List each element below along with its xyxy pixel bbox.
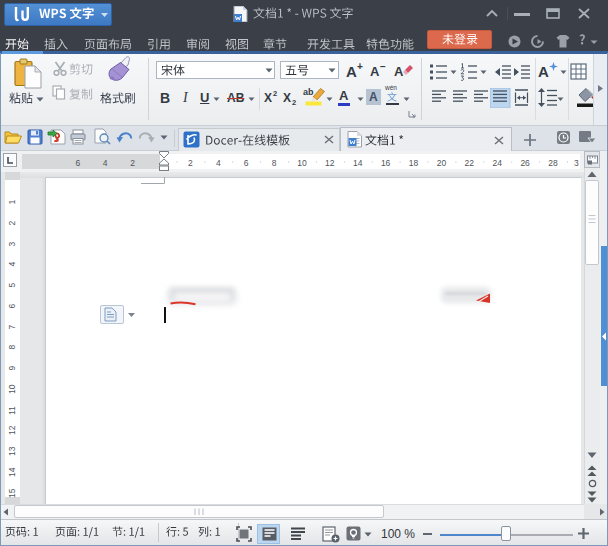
svg-text:10: 10 bbox=[7, 384, 17, 394]
svg-text:3: 3 bbox=[7, 241, 17, 246]
svg-text:7: 7 bbox=[7, 324, 17, 329]
svg-text:13: 13 bbox=[7, 446, 17, 456]
svg-text:14: 14 bbox=[7, 467, 17, 477]
svg-text:2: 2 bbox=[7, 220, 17, 225]
svg-text:6: 6 bbox=[7, 303, 17, 308]
svg-text:11: 11 bbox=[7, 406, 17, 415]
svg-text:15: 15 bbox=[7, 488, 17, 498]
svg-text:4: 4 bbox=[7, 262, 17, 267]
svg-text:1: 1 bbox=[7, 200, 17, 205]
svg-text:5: 5 bbox=[7, 283, 17, 288]
svg-text:12: 12 bbox=[7, 426, 17, 436]
svg-text:8: 8 bbox=[7, 345, 17, 350]
svg-text:9: 9 bbox=[7, 366, 17, 371]
